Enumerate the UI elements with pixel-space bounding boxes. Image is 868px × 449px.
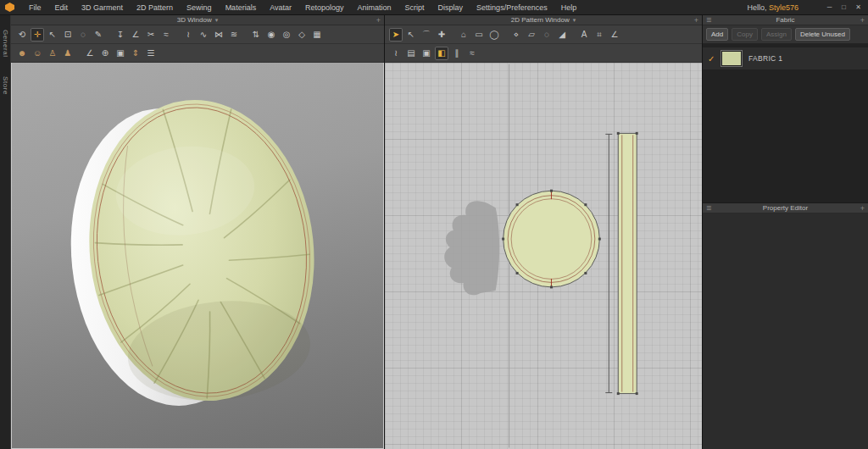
texture-edit-icon[interactable]: ▦ — [310, 28, 324, 42]
avatar-tape-icon[interactable]: ∠ — [83, 47, 97, 60]
plus-icon[interactable]: + — [860, 15, 865, 25]
avatar-pose-icon[interactable]: ♟ — [61, 47, 75, 60]
pin-icon[interactable]: ↧ — [114, 28, 127, 42]
menu-item[interactable]: Materials — [219, 0, 264, 15]
pen-3d-icon[interactable]: ✎ — [92, 28, 105, 42]
garment-3d[interactable] — [56, 89, 329, 416]
stitch-display-icon[interactable]: ∥ — [450, 47, 464, 60]
menu-item[interactable]: Sewing — [180, 0, 219, 15]
left-tab-strip: GeneralStore — [0, 15, 11, 449]
measurement-list-icon[interactable]: ☰ — [144, 47, 158, 60]
tape-measure-icon[interactable]: ∠ — [129, 28, 142, 42]
app-logo-icon — [5, 3, 14, 12]
reset-arrangement-icon[interactable]: ⟲ — [15, 28, 29, 42]
panel-menu-icon[interactable]: ☰ — [706, 203, 711, 213]
copy-fabric-button: Copy — [732, 28, 758, 41]
3d-window-header[interactable]: 3D Window ▾ + — [11, 15, 384, 25]
dart-icon[interactable]: ◢ — [555, 28, 569, 42]
menu-bar: FileEdit3D Garment2D PatternSewingMateri… — [0, 0, 868, 15]
edit-curvature-icon[interactable]: ⌒ — [420, 28, 433, 42]
measure-2d-icon[interactable]: ∠ — [608, 28, 621, 42]
detach-sew-icon[interactable]: ⋈ — [212, 28, 225, 42]
menu-item[interactable]: 3D Garment — [75, 0, 130, 15]
3d-window-panel: 3D Window ▾ + ⟲✛↖⊡◌✎↧∠✂≈≀∿⋈≋⇅◉◎◇▦ ☻☺♙♟∠⊕… — [11, 15, 384, 449]
internal-polygon-icon[interactable]: ⋄ — [509, 28, 523, 42]
menu-item[interactable]: Settings/Preferences — [470, 0, 554, 15]
text-tool-icon[interactable]: A — [577, 28, 591, 42]
minimize-button[interactable]: ─ — [822, 0, 837, 15]
2d-canvas[interactable] — [385, 63, 702, 449]
internal-line[interactable] — [605, 134, 612, 392]
transform-pattern-icon[interactable]: ➤ — [389, 28, 403, 42]
avatar-size-icon[interactable]: ⇕ — [129, 47, 142, 60]
add-fabric-button[interactable]: Add — [706, 28, 728, 41]
tab-store[interactable]: Store — [2, 72, 9, 99]
fabric-swatch[interactable] — [721, 51, 742, 66]
internal-circle-icon[interactable]: ◌ — [540, 28, 554, 42]
property-editor-header[interactable]: ☰ Property Editor + — [703, 203, 868, 213]
scissors-icon[interactable]: ✂ — [144, 28, 158, 42]
menu-item[interactable]: Avatar — [263, 0, 298, 15]
menu-item[interactable]: Help — [554, 0, 584, 15]
move-gizmo-icon[interactable]: ✛ — [31, 28, 44, 42]
polygon-icon[interactable]: ⌂ — [457, 28, 470, 42]
circle-icon[interactable]: ◯ — [487, 28, 501, 42]
rectangle-icon[interactable]: ▭ — [472, 28, 486, 42]
plus-icon[interactable]: + — [694, 15, 698, 25]
internal-rectangle-icon[interactable]: ▱ — [525, 28, 538, 42]
chevron-down-icon[interactable]: ▾ — [573, 15, 576, 25]
grading-icon[interactable]: ⌗ — [593, 28, 606, 42]
lasso-select-icon[interactable]: ◌ — [76, 28, 90, 42]
menu-item[interactable]: Display — [431, 0, 470, 15]
arrangement-points-icon[interactable]: ⊕ — [98, 47, 112, 60]
edit-pattern-icon[interactable]: ↖ — [404, 28, 418, 42]
avatar-shoes-icon[interactable]: ♙ — [46, 47, 59, 60]
plus-icon[interactable]: + — [860, 203, 865, 213]
fabric-list: ✓ FABRIC 1 — [703, 44, 868, 203]
2d-main-toolbar: ➤↖⌒✚⌂▭◯⋄▱◌◢A⌗∠ — [385, 25, 702, 44]
fold-arrangement-icon[interactable]: ◇ — [295, 28, 309, 42]
zipper-icon[interactable]: ⇅ — [249, 28, 263, 42]
add-point-icon[interactable]: ✚ — [435, 28, 448, 42]
3d-main-toolbar: ⟲✛↖⊡◌✎↧∠✂≈≀∿⋈≋⇅◉◎◇▦ — [11, 25, 384, 44]
image-overlay-icon[interactable]: ▣ — [420, 47, 433, 60]
panel-menu-icon[interactable]: ☰ — [706, 15, 711, 25]
window-controls: ─□✕ — [822, 0, 865, 15]
edit-sewing-2d-icon[interactable]: ≀ — [389, 47, 403, 60]
fabric-panel-header[interactable]: ☰ Fabric + — [703, 15, 868, 25]
sew-segment-icon[interactable]: ≀ — [181, 28, 195, 42]
tab-general[interactable]: General — [2, 25, 9, 62]
menu-item[interactable]: Edit — [48, 0, 75, 15]
plus-icon[interactable]: + — [376, 15, 381, 25]
layers-icon[interactable]: ▤ — [404, 47, 418, 60]
menu-item[interactable]: Animation — [351, 0, 398, 15]
sew-free-icon[interactable]: ∿ — [197, 28, 210, 42]
select-move-icon[interactable]: ↖ — [46, 28, 59, 42]
3d-window-title: 3D Window — [177, 16, 212, 24]
button-icon[interactable]: ◉ — [264, 28, 278, 42]
topstitch-icon[interactable]: ≋ — [227, 28, 241, 42]
pattern-piece-circle[interactable] — [502, 190, 601, 289]
chevron-down-icon[interactable]: ▾ — [215, 15, 219, 25]
bounding-volume-icon[interactable]: ▣ — [114, 47, 127, 60]
menu-item[interactable]: Script — [398, 0, 431, 15]
menu-item[interactable]: Retopology — [298, 0, 351, 15]
steam-icon[interactable]: ≈ — [159, 28, 173, 42]
fabric-item-1[interactable]: ✓ FABRIC 1 — [703, 47, 868, 69]
show-sewing-icon[interactable]: ◧ — [435, 47, 448, 60]
maximize-button[interactable]: □ — [837, 0, 851, 15]
pressure-display-icon[interactable]: ≈ — [465, 47, 479, 60]
fabric-name: FABRIC 1 — [748, 54, 782, 63]
delete-unused-button[interactable]: Delete Unused — [795, 28, 850, 41]
select-box-icon[interactable]: ⊡ — [61, 28, 75, 42]
2d-window-header[interactable]: 2D Pattern Window ▾ + — [385, 15, 702, 25]
show-avatar-icon[interactable]: ☻ — [15, 47, 29, 60]
menu-item[interactable]: 2D Pattern — [130, 0, 180, 15]
menu-item[interactable]: File — [22, 0, 48, 15]
pattern-piece-strip[interactable] — [617, 132, 638, 395]
3d-viewport[interactable] — [12, 63, 383, 448]
buttonhole-icon[interactable]: ◎ — [280, 28, 293, 42]
close-button[interactable]: ✕ — [851, 0, 865, 15]
fabric-buttons: AddCopyAssignDelete Unused — [703, 25, 868, 44]
avatar-hair-icon[interactable]: ☺ — [31, 47, 44, 60]
